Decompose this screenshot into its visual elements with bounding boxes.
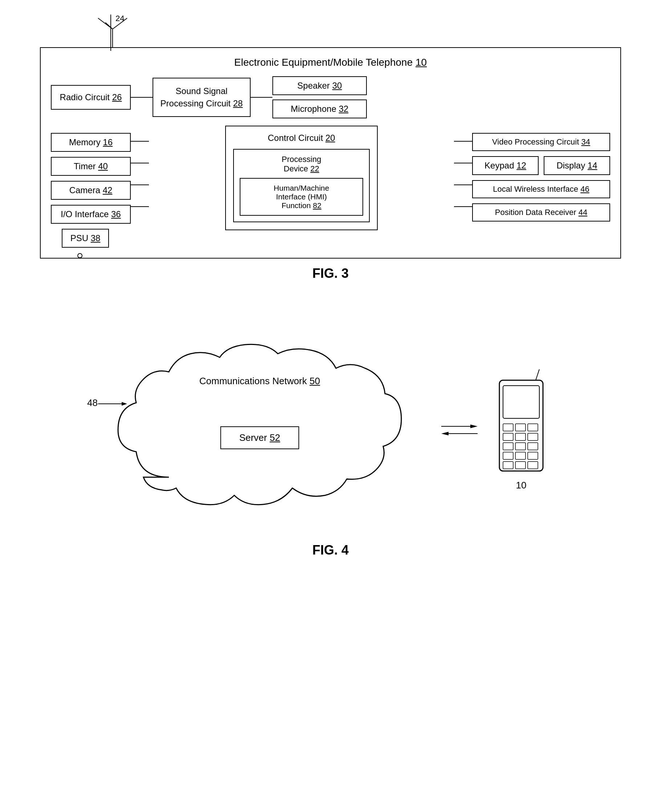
processing-device-block: ProcessingDevice 22 Human/MachineInterfa… (233, 149, 370, 222)
local-wireless-block: Local Wireless Interface 46 (472, 180, 610, 198)
svg-rect-27 (503, 452, 513, 459)
camera-block: Camera 42 (51, 181, 131, 200)
svg-rect-24 (503, 443, 513, 450)
bidirectional-arrows (437, 419, 481, 441)
phone-area: 10 (437, 369, 550, 491)
svg-rect-18 (503, 424, 513, 431)
svg-line-15 (536, 369, 539, 380)
cloud-container: Communications Network 50 Server 52 (111, 339, 409, 521)
fig3-diagram: 24 Electronic Equipment/Mobile Telephone… (40, 14, 621, 281)
hmi-block: Human/MachineInterface (HMI)Function 82 (240, 178, 363, 216)
svg-rect-20 (528, 424, 538, 431)
radio-circuit-block: Radio Circuit 26 (51, 85, 131, 110)
position-data-block: Position Data Receiver 44 (472, 203, 610, 222)
svg-rect-21 (503, 433, 513, 440)
label-48: 48 (87, 397, 98, 408)
antenna-area: 24 (40, 14, 621, 47)
fig3-label: FIG. 3 (40, 266, 621, 281)
fig4-label: FIG. 4 (76, 542, 585, 558)
svg-rect-26 (528, 443, 538, 450)
processing-device-title: ProcessingDevice 22 (240, 155, 363, 174)
outer-box-title: Electronic Equipment/Mobile Telephone 10 (51, 57, 610, 68)
svg-rect-32 (528, 461, 538, 469)
svg-rect-29 (528, 452, 538, 459)
svg-rect-28 (516, 452, 525, 459)
svg-rect-17 (503, 386, 539, 418)
antenna-icon: 24 (91, 14, 134, 47)
control-circuit-title: Control Circuit 20 (233, 133, 370, 143)
network-label: Communications Network 50 (200, 375, 320, 387)
speaker-block: Speaker 30 (272, 76, 367, 95)
outer-box: Electronic Equipment/Mobile Telephone 10… (40, 47, 621, 258)
control-circuit-block: Control Circuit 20 ProcessingDevice 22 H… (225, 126, 378, 230)
keypad-block: Keypad 12 (472, 156, 539, 175)
phone-device: 10 (492, 369, 550, 491)
svg-rect-22 (516, 433, 525, 440)
display-block: Display 14 (544, 156, 610, 175)
sound-signal-block: Sound SignalProcessing Circuit 28 (153, 78, 251, 116)
microphone-block: Microphone 32 (272, 99, 367, 118)
svg-rect-16 (500, 380, 543, 471)
svg-marker-14 (441, 432, 449, 436)
svg-marker-12 (470, 424, 477, 428)
svg-rect-31 (516, 461, 525, 469)
phone-num-label: 10 (516, 480, 527, 491)
svg-rect-30 (503, 461, 513, 469)
memory-block: Memory 16 (51, 133, 131, 152)
server-block: Server 52 (220, 426, 299, 449)
svg-line-3 (105, 22, 113, 29)
psu-block: PSU 38 (62, 229, 109, 248)
timer-block: Timer 40 (51, 157, 131, 176)
video-processing-block: Video Processing Circuit 34 (472, 133, 610, 151)
svg-rect-19 (516, 424, 525, 431)
svg-rect-23 (528, 433, 538, 440)
svg-rect-25 (516, 443, 525, 450)
svg-text:24: 24 (115, 14, 124, 23)
fig4-diagram: 48 Communications Network 50 Server 52 (76, 325, 585, 558)
io-interface-block: I/O Interface 36 (51, 205, 131, 224)
phone-svg (492, 369, 550, 478)
